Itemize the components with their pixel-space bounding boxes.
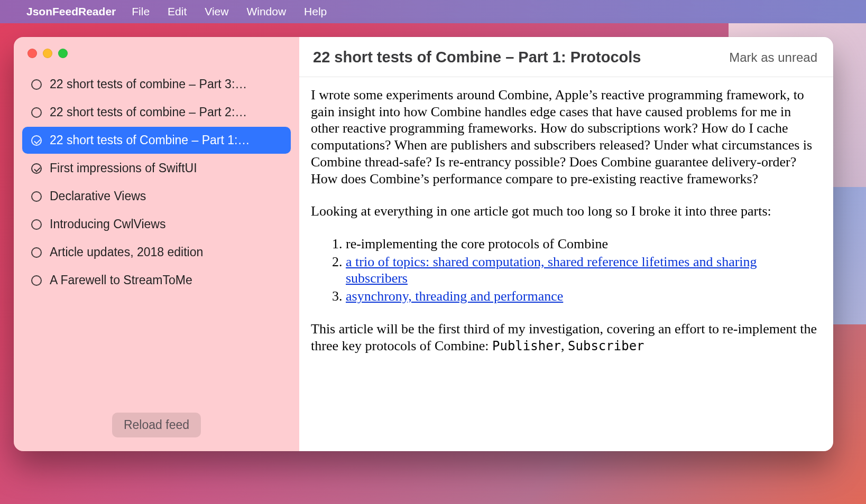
feed-item[interactable]: A Farewell to StreamToMe (22, 267, 291, 294)
app-window: 22 short tests of combine – Part 3:… 22 … (14, 37, 833, 451)
feed-list: 22 short tests of combine – Part 3:… 22 … (14, 67, 299, 413)
article-text: , (561, 338, 568, 353)
unread-circle-icon (31, 247, 42, 258)
content-header: 22 short tests of Combine – Part 1: Prot… (299, 37, 833, 77)
close-window-button[interactable] (27, 49, 37, 58)
article-paragraph: Looking at everything in one article got… (311, 203, 822, 220)
code-publisher: Publisher (492, 339, 561, 353)
feed-item-label: A Farewell to StreamToMe (50, 273, 192, 287)
read-check-icon (31, 163, 42, 174)
reload-feed-button[interactable]: Reload feed (112, 413, 201, 437)
feed-item[interactable]: Article updates, 2018 edition (22, 239, 291, 266)
feed-item-label: First impressions of SwiftUI (50, 161, 197, 175)
mark-as-unread-button[interactable]: Mark as unread (729, 50, 817, 65)
unread-circle-icon (31, 219, 42, 230)
feed-item[interactable]: 22 short tests of combine – Part 2:… (22, 99, 291, 126)
article-link[interactable]: a trio of topics: shared computation, sh… (346, 254, 757, 286)
unread-circle-icon (31, 275, 42, 286)
feed-item[interactable]: Introducing CwlViews (22, 211, 291, 238)
feed-item-label: 22 short tests of Combine – Part 1:… (50, 133, 250, 147)
sidebar: 22 short tests of combine – Part 3:… 22 … (14, 37, 299, 451)
unread-circle-icon (31, 79, 42, 90)
content-pane: 22 short tests of Combine – Part 1: Prot… (299, 37, 833, 451)
feed-item-label: Article updates, 2018 edition (50, 245, 203, 259)
list-item: re-implementing the core protocols of Co… (346, 236, 822, 253)
sidebar-footer: Reload feed (14, 413, 299, 451)
article-ordered-list: re-implementing the core protocols of Co… (336, 236, 822, 305)
menu-edit[interactable]: Edit (168, 5, 187, 18)
article-body: I wrote some experiments around Combine,… (299, 77, 833, 381)
list-item-text: re-implementing the core protocols of Co… (346, 236, 608, 251)
feed-item-label: 22 short tests of combine – Part 3:… (50, 77, 247, 91)
minimize-window-button[interactable] (43, 49, 52, 58)
window-controls (14, 37, 299, 67)
article-paragraph: This article will be the first third of … (311, 321, 822, 354)
list-item: asynchrony, threading and performance (346, 288, 822, 305)
menu-view[interactable]: View (205, 5, 228, 18)
list-item: a trio of topics: shared computation, sh… (346, 254, 822, 287)
code-subscriber: Subscriber (568, 339, 644, 353)
article-link[interactable]: asynchrony, threading and performance (346, 288, 563, 304)
feed-item-label: Introducing CwlViews (50, 217, 165, 231)
unread-circle-icon (31, 191, 42, 202)
article-paragraph: I wrote some experiments around Combine,… (311, 87, 822, 187)
unread-circle-icon (31, 107, 42, 118)
article-title: 22 short tests of Combine – Part 1: Prot… (313, 49, 641, 66)
zoom-window-button[interactable] (58, 49, 68, 58)
menu-file[interactable]: File (132, 5, 150, 18)
read-check-icon (31, 135, 42, 146)
feed-item[interactable]: Declarative Views (22, 183, 291, 210)
feed-item-selected[interactable]: 22 short tests of Combine – Part 1:… (22, 127, 291, 154)
menu-window[interactable]: Window (246, 5, 286, 18)
feed-item[interactable]: First impressions of SwiftUI (22, 155, 291, 182)
feed-item-label: 22 short tests of combine – Part 2:… (50, 105, 247, 119)
macos-menubar: JsonFeedReader File Edit View Window Hel… (0, 0, 866, 23)
feed-item-label: Declarative Views (50, 189, 146, 203)
menu-help[interactable]: Help (304, 5, 327, 18)
feed-item[interactable]: 22 short tests of combine – Part 3:… (22, 71, 291, 98)
menubar-app-name[interactable]: JsonFeedReader (26, 5, 116, 18)
